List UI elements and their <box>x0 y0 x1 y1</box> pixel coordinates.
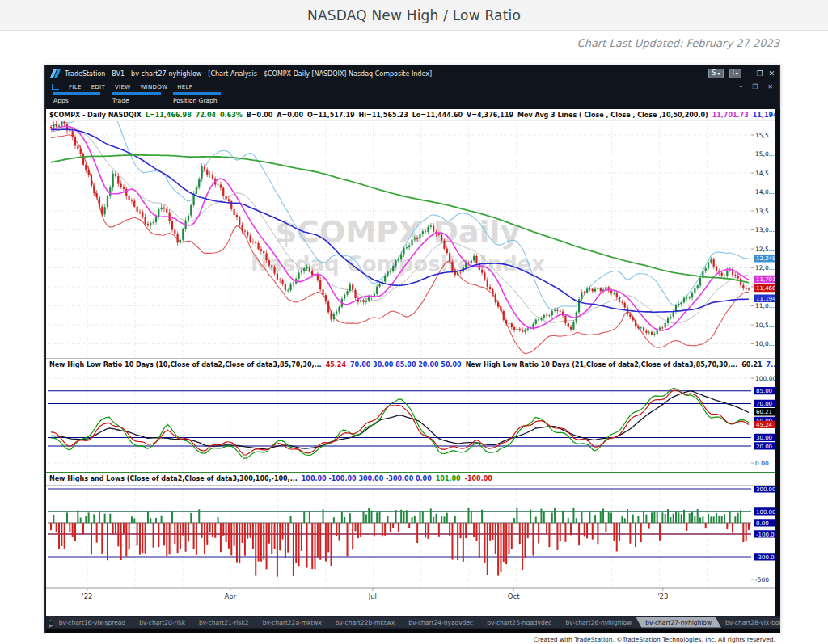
page-title: NASDAQ New High / Low Ratio <box>307 7 521 23</box>
chevron-down-icon: ▾ <box>717 69 720 78</box>
window-right-edge <box>775 109 780 616</box>
price-panel-chart[interactable]: $COMPX DailyNasdaq Composite Index10,0..… <box>46 121 780 358</box>
menu-bar: FILE EDIT VIEW WINDOW HELP – ❐ ✕ <box>45 82 779 92</box>
svg-text:30.00: 30.00 <box>756 435 772 441</box>
svg-text:60.21: 60.21 <box>756 409 772 415</box>
high-value: Hi=11,565.23 <box>359 112 408 119</box>
ratio-panel-chart[interactable]: 100.000.0085.0070.0050.0060.2145.2430.00… <box>46 371 780 472</box>
ratio-indicator-label-row: New High Low Ratio 10 Days (10,Close of … <box>46 358 780 371</box>
svg-text:12,248: 12,248 <box>756 255 776 262</box>
child-close-icon[interactable]: ✕ <box>767 83 773 90</box>
menu-item-file[interactable]: FILE <box>69 84 82 90</box>
chevron-down-icon: ▾ <box>736 69 738 78</box>
svg-text:70.00: 70.00 <box>756 401 772 407</box>
tab-bv-chart28-vix-bolbands[interactable]: bv-chart28-vix-bolbands <box>716 617 780 628</box>
tab-bv-chart21-risk2[interactable]: bv-chart21-risk2 <box>189 617 259 628</box>
movavg10-value: 11,701.73 <box>712 112 749 119</box>
bid-value: B=0.00 <box>247 112 273 119</box>
svg-text:13,0...: 13,0... <box>755 226 775 234</box>
volume-value: V=4,376,119 <box>467 112 513 119</box>
restore-icon[interactable]: ❐ <box>756 69 763 78</box>
svg-text:10,5...: 10,5... <box>755 322 775 329</box>
ratio21-value: 60.21 <box>741 361 762 368</box>
tab-bv-chart25-nqadvdec[interactable]: bv-chart25-nqadvdec <box>477 617 561 628</box>
hilo-alert-low: -100.00 <box>465 475 492 482</box>
ratio10-name[interactable]: New High Low Ratio 10 Days (10,Close of … <box>49 361 322 368</box>
chart-icon <box>52 84 59 90</box>
net-change: 72.04 <box>196 112 216 119</box>
minimize-icon[interactable]: – <box>747 69 751 78</box>
updated-row: Chart Last Updated: February 27 2023 <box>0 31 828 55</box>
hilo-name[interactable]: New Highs and Lows (Close of data2,Close… <box>49 475 298 482</box>
svg-text:-500: -500 <box>755 576 769 583</box>
svg-text:11,194: 11,194 <box>756 296 776 302</box>
chart-client-area: $COMPX - Daily NASDQIX L=11,466.98 72.04… <box>46 109 780 616</box>
movavg-label: Mov Avg 3 Lines ( Close , Close , Close … <box>518 112 708 119</box>
close-icon[interactable]: ✕ <box>768 69 775 78</box>
ratio10-refs: 70.00 30.00 85.00 20.00 50.00 <box>350 361 462 368</box>
indicator-button[interactable]: I▾ <box>729 69 741 78</box>
child-minimize-icon[interactable]: – <box>739 83 742 90</box>
tab-bv-chart16-vix-spread[interactable]: bv-chart16-vix-spread <box>49 617 135 628</box>
svg-text:15,0...: 15,0... <box>755 150 775 158</box>
svg-text:Apr: Apr <box>224 592 236 600</box>
svg-text:15,5...: 15,5... <box>755 132 775 139</box>
svg-text:$COMPX Daily: $COMPX Daily <box>276 214 521 250</box>
hilo-alert-high: 101.00 <box>436 475 461 482</box>
svg-text:45.24: 45.24 <box>756 422 773 428</box>
tab-bv-chart22b-mktwx[interactable]: bv-chart22b-mktwx <box>326 617 404 628</box>
window-title: TradeStation - BV1 - bv-chart27-nyhighlo… <box>65 70 708 78</box>
svg-text:100.00: 100.00 <box>756 509 776 516</box>
tradestation-window: TradeStation - BV1 - bv-chart27-nyhighlo… <box>44 65 780 633</box>
tab-bv-chart26-nyhighlow[interactable]: bv-chart26-nyhighlow <box>556 617 641 628</box>
ratio21-name[interactable]: New High Low Ratio 10 Days (21,Close of … <box>466 361 738 368</box>
svg-text:12,5...: 12,5... <box>755 246 775 253</box>
shortcut-toolbar: Apps Trade Position Graph <box>45 92 779 109</box>
chart-status-line: $COMPX - Daily NASDQIX L=11,466.98 72.04… <box>46 109 780 121</box>
menu-item-view[interactable]: VIEW <box>115 84 130 90</box>
svg-text:12,0...: 12,0... <box>755 264 775 271</box>
svg-text:11,701: 11,701 <box>756 276 776 283</box>
svg-text:14,5...: 14,5... <box>755 170 775 177</box>
position-graph-underline <box>173 92 221 95</box>
tab-bv-chart24-nyadvdec[interactable]: bv-chart24-nyadvdec <box>399 617 483 628</box>
svg-text:Jul: Jul <box>368 592 377 600</box>
last-price: L=11,466.98 <box>146 112 192 119</box>
menu-item-help[interactable]: HELP <box>177 84 192 90</box>
copyright-row: Created with TradeStation. ©TradeStation… <box>46 633 780 644</box>
svg-text:13,5...: 13,5... <box>755 208 775 215</box>
svg-text:11,0...: 11,0... <box>755 302 775 309</box>
toolbar-group-apps[interactable]: Apps <box>53 97 69 104</box>
open-value: O=11,517.19 <box>307 112 355 119</box>
symbol-label: $COMPX - Daily NASDQIX <box>49 112 142 119</box>
svg-text:300.00: 300.00 <box>756 486 776 493</box>
svg-text:'22: '22 <box>82 592 92 600</box>
tradestation-logo-icon <box>50 69 61 78</box>
menu-item-edit[interactable]: EDIT <box>91 84 105 90</box>
copyright-text: Created with TradeStation. ©TradeStation… <box>534 636 775 643</box>
low-value: Lo=11,444.60 <box>412 112 463 119</box>
toolbar-group-position-graph[interactable]: Position Graph <box>173 97 218 104</box>
svg-text:14,0...: 14,0... <box>755 188 775 196</box>
ratio10-value: 45.24 <box>326 361 346 368</box>
window-titlebar: TradeStation - BV1 - bv-chart27-nyhighlo… <box>45 65 779 82</box>
child-restore-icon[interactable]: ❐ <box>752 83 758 90</box>
menu-item-window[interactable]: WINDOW <box>140 84 167 90</box>
svg-text:100.00: 100.00 <box>755 375 776 382</box>
tab-bv-chart20-risk[interactable]: bv-chart20-risk <box>129 617 195 628</box>
svg-text:Oct: Oct <box>508 592 520 600</box>
workspace-tab-bar: |◀ ◀ ▶ ▶| bv-chart16-vix-spreadbv-chart2… <box>46 616 780 629</box>
svg-text:0.00: 0.00 <box>756 520 769 527</box>
hilo-refs: 100.00 -100.00 300.00 -300.00 0.00 <box>302 475 432 482</box>
tab-bv-chart27-nyhighlow[interactable]: bv-chart27-nyhighlow <box>636 617 721 628</box>
svg-text:'23: '23 <box>657 592 668 600</box>
tab-bv-chart22a-mktwx[interactable]: bv-chart22a-mktwx <box>253 617 332 628</box>
hilo-panel-chart[interactable]: -500300.00100.000.00-100.00-300.00'22Apr… <box>46 486 780 604</box>
svg-text:10,0...: 10,0... <box>755 340 775 347</box>
style-button[interactable]: S▾ <box>708 69 723 78</box>
apps-underline <box>53 92 100 95</box>
pct-change: 0.63% <box>220 112 243 119</box>
svg-text:20.00: 20.00 <box>756 444 772 450</box>
svg-text:11,466: 11,466 <box>756 285 776 292</box>
toolbar-group-trade[interactable]: Trade <box>112 97 129 104</box>
